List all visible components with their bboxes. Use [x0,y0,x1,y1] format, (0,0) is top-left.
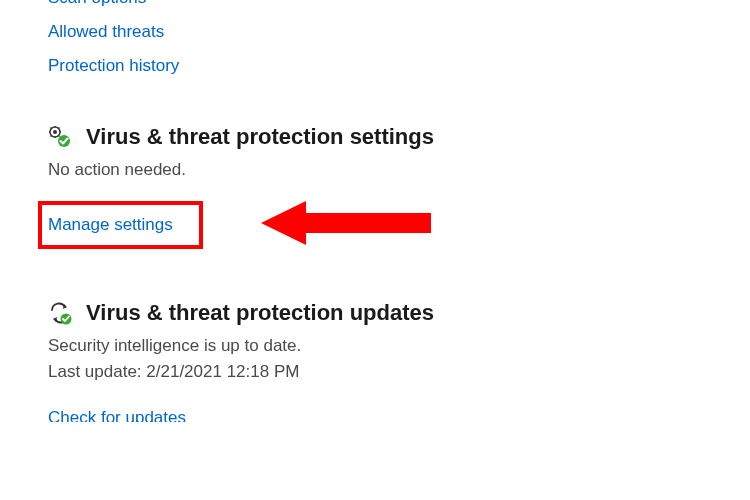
settings-header: Virus & threat protection settings [48,124,750,150]
settings-section: Virus & threat protection settings No ac… [48,124,750,252]
settings-title: Virus & threat protection settings [86,124,434,150]
arrow-annotation-icon [261,198,431,252]
protection-history-link[interactable]: Protection history [48,56,750,76]
updates-last-update: Last update: 2/21/2021 12:18 PM [48,362,750,382]
updates-title: Virus & threat protection updates [86,300,434,326]
updates-header: Virus & threat protection updates [48,300,750,326]
settings-status: No action needed. [48,160,750,180]
svg-marker-3 [261,201,431,245]
allowed-threats-link[interactable]: Allowed threats [48,22,750,42]
updates-status: Security intelligence is up to date. [48,336,750,356]
svg-point-1 [53,130,57,134]
manage-settings-link[interactable]: Manage settings [48,215,173,234]
gear-settings-icon [48,125,72,149]
refresh-updates-icon [48,301,72,325]
scan-options-link[interactable]: Scan options [48,0,750,8]
updates-section: Virus & threat protection updates Securi… [48,300,750,422]
highlight-annotation: Manage settings [38,201,203,249]
check-for-updates-link[interactable]: Check for updates [48,408,750,422]
